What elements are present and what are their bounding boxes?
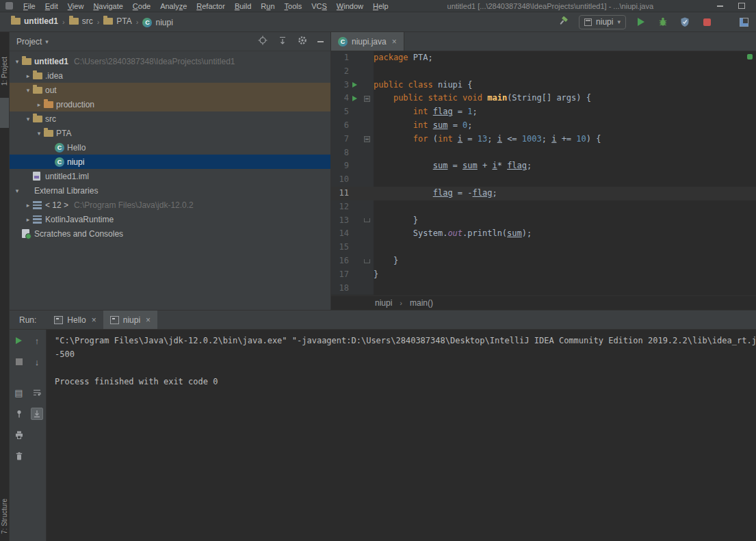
menu-analyze[interactable]: Analyze	[155, 2, 192, 10]
code-line[interactable]: 5 int flag = 1;	[331, 105, 756, 119]
soft-wrap-icon[interactable]	[31, 386, 43, 399]
chevron-down-icon[interactable]: ▾	[23, 87, 33, 94]
coverage-shield-icon[interactable]	[678, 15, 692, 29]
tree-row-production[interactable]: ▸production	[10, 97, 330, 111]
build-hammer-icon[interactable]	[557, 15, 571, 29]
locate-file-icon[interactable]	[258, 36, 268, 47]
editor-breadcrumb-niupi[interactable]: niupi	[375, 298, 392, 308]
fold-open-icon[interactable]: −	[364, 96, 370, 102]
code-line[interactable]: 11 flag = -flag;	[331, 187, 756, 200]
project-panel-title[interactable]: Project	[16, 37, 42, 47]
chevron-down-icon[interactable]: ▾	[12, 58, 22, 65]
menu-view[interactable]: View	[63, 2, 89, 10]
rerun-button[interactable]	[13, 334, 25, 347]
code-line[interactable]: 9 sum = sum + i* flag;	[331, 159, 756, 173]
run-console[interactable]: "C:\Program Files\Java\jdk-12.0.2\bin\ja…	[47, 330, 756, 541]
code-line[interactable]: 10	[331, 173, 756, 187]
menu-help[interactable]: Help	[368, 2, 393, 10]
code-line[interactable]: 13 }	[331, 214, 756, 228]
chevron-right-icon[interactable]: ▸	[23, 72, 33, 79]
menu-window[interactable]: Window	[332, 2, 368, 10]
menu-file[interactable]: File	[18, 2, 40, 10]
code-line[interactable]: 12	[331, 200, 756, 214]
print-icon[interactable]	[13, 429, 25, 441]
chevron-down-icon[interactable]: ▾	[23, 116, 33, 122]
close-icon[interactable]: ×	[392, 37, 397, 47]
stripe-button-structure[interactable]: 7: Structure	[1, 499, 8, 534]
chevron-right-icon[interactable]: ▸	[34, 101, 44, 108]
chevron-right-icon[interactable]: ▸	[23, 202, 33, 209]
stop-process-button[interactable]	[13, 356, 25, 368]
code-line[interactable]: 2	[331, 65, 756, 79]
up-stack-trace-icon[interactable]: ↑	[31, 334, 43, 347]
pin-icon[interactable]	[13, 408, 25, 420]
code-line[interactable]: 14 System.out.println(sum);	[331, 227, 756, 241]
layout-windows-icon[interactable]	[737, 15, 751, 29]
run-configuration-select[interactable]: niupi ▾	[579, 15, 626, 29]
editor-breadcrumb-main[interactable]: main()	[410, 298, 433, 308]
breadcrumb-src[interactable]: src	[68, 16, 94, 26]
breadcrumb-niupi[interactable]: Cniupi	[141, 18, 174, 27]
code-line[interactable]: 6 int sum = 0;	[331, 119, 756, 133]
code-line[interactable]: 15	[331, 241, 756, 254]
code-line[interactable]: 1package PTA;	[331, 51, 756, 65]
tree-row-hello[interactable]: CHello	[10, 140, 330, 155]
minimize-button[interactable]	[717, 5, 723, 7]
code-editor[interactable]: 1package PTA;23public class niupi {4− pu…	[331, 51, 756, 295]
inspection-status-icon[interactable]	[747, 54, 753, 60]
run-tab-niupi[interactable]: niupi×	[103, 311, 157, 329]
code-line[interactable]: 8	[331, 146, 756, 160]
stop-button[interactable]	[700, 15, 714, 29]
stripe-button-project[interactable]: 1: Project	[1, 57, 8, 85]
gear-icon[interactable]	[298, 36, 307, 47]
hide-panel-icon[interactable]	[317, 41, 324, 42]
run-line-icon[interactable]	[352, 82, 357, 88]
fold-end-icon[interactable]	[364, 218, 370, 222]
tree-row-untitled1-iml[interactable]: untitled1.iml	[10, 169, 330, 183]
menu-build[interactable]: Build	[230, 2, 256, 10]
code-line[interactable]: 18	[331, 282, 756, 295]
close-icon[interactable]: ×	[92, 315, 96, 325]
chevron-down-icon[interactable]: ▾	[12, 187, 22, 194]
tree-row-scratches-and-consoles[interactable]: Scratches and Consoles	[10, 226, 330, 241]
tree-row-external-libraries[interactable]: ▾External Libraries	[10, 183, 330, 198]
menu-run[interactable]: Run	[256, 2, 279, 10]
menu-tools[interactable]: Tools	[280, 2, 307, 10]
code-line[interactable]: 17}	[331, 268, 756, 282]
code-line[interactable]: 4− public static void main(String[] args…	[331, 92, 756, 105]
down-stack-trace-icon[interactable]: ↓	[31, 356, 43, 368]
maximize-button[interactable]	[738, 3, 745, 9]
tree-row-12[interactable]: ▸< 12 >C:\Program Files\Java\jdk-12.0.2	[10, 198, 330, 212]
chevron-right-icon[interactable]: ▸	[23, 216, 33, 223]
tree-row-kotlinjavaruntime[interactable]: ▸KotlinJavaRuntime	[10, 212, 330, 226]
tree-row-untitled1[interactable]: ▾untitled1C:\Users\2840387348\IdeaProjec…	[10, 54, 330, 68]
restore-layout-icon[interactable]: ▤	[13, 386, 25, 399]
tree-row-src[interactable]: ▾src	[10, 111, 330, 126]
debug-bug-icon[interactable]	[656, 15, 670, 29]
tree-row-niupi[interactable]: Cniupi	[10, 155, 330, 169]
fold-open-icon[interactable]: −	[364, 136, 370, 142]
chevron-down-icon[interactable]: ▾	[34, 130, 44, 137]
breadcrumb-untitled1[interactable]: untitled1	[10, 16, 60, 26]
code-line[interactable]: 7− for (int i = 13; i <= 1003; i += 10) …	[331, 133, 756, 146]
chevron-down-icon[interactable]: ▾	[45, 38, 49, 45]
editor-tab-niupi[interactable]: C niupi.java ×	[331, 32, 404, 51]
close-icon[interactable]: ×	[146, 315, 151, 325]
run-button[interactable]	[634, 15, 648, 29]
tree-row-idea[interactable]: ▸.idea	[10, 68, 330, 83]
clear-trash-icon[interactable]	[13, 450, 25, 462]
code-line[interactable]: 16 }	[331, 254, 756, 268]
menu-edit[interactable]: Edit	[40, 2, 63, 10]
menu-navigate[interactable]: Navigate	[88, 2, 127, 10]
breadcrumb-pta[interactable]: PTA	[102, 16, 133, 26]
run-line-icon[interactable]	[352, 96, 357, 101]
code-line[interactable]: 3public class niupi {	[331, 79, 756, 92]
menu-refactor[interactable]: Refactor	[192, 2, 230, 10]
fold-end-icon[interactable]	[364, 259, 370, 263]
run-tab-hello[interactable]: Hello×	[47, 311, 103, 329]
menu-code[interactable]: Code	[128, 2, 155, 10]
menu-vcs[interactable]: VCS	[307, 2, 332, 10]
tree-row-pta[interactable]: ▾PTA	[10, 126, 330, 140]
scroll-to-end-icon[interactable]	[31, 408, 43, 420]
tree-row-out[interactable]: ▾out	[10, 83, 330, 97]
